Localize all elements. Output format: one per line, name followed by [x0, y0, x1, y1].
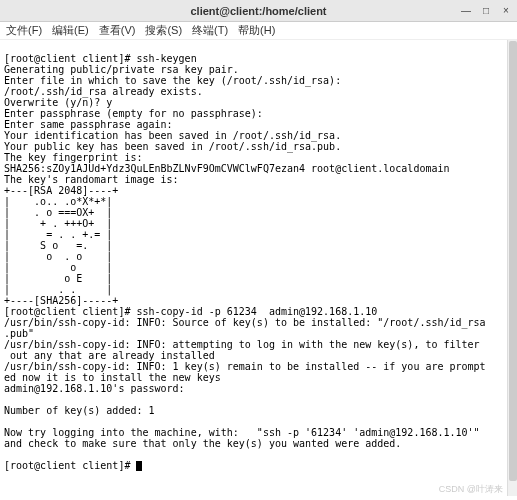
- terminal-output[interactable]: [root@client client]# ssh-keygen Generat…: [0, 40, 517, 496]
- menu-help[interactable]: 帮助(H): [238, 23, 275, 38]
- term-line: Enter passphrase (empty for no passphras…: [4, 108, 263, 119]
- term-line: Your identification has been saved in /r…: [4, 130, 341, 141]
- term-line: and check to make sure that only the key…: [4, 438, 401, 449]
- term-line: +---[RSA 2048]----+: [4, 185, 118, 196]
- cursor-icon: [136, 461, 142, 471]
- menu-edit[interactable]: 编辑(E): [52, 23, 89, 38]
- term-line: .pub": [4, 328, 34, 339]
- term-line: [root@client client]# ssh-keygen: [4, 53, 197, 64]
- term-prompt: [root@client client]#: [4, 460, 136, 471]
- menu-view[interactable]: 查看(V): [99, 23, 136, 38]
- term-line: | o . o |: [4, 251, 112, 262]
- term-line: +----[SHA256]-----+: [4, 295, 118, 306]
- term-line: /root/.ssh/id_rsa already exists.: [4, 86, 203, 97]
- term-line: Enter file in which to save the key (/ro…: [4, 75, 341, 86]
- window-controls: — □ ×: [459, 4, 513, 18]
- menubar: 文件(F) 编辑(E) 查看(V) 搜索(S) 终端(T) 帮助(H): [0, 22, 517, 40]
- menu-search[interactable]: 搜索(S): [145, 23, 182, 38]
- close-icon[interactable]: ×: [499, 4, 513, 18]
- term-line: Your public key has been saved in /root/…: [4, 141, 341, 152]
- term-line: | .o.. .o*X*+*|: [4, 196, 112, 207]
- term-line: The key's randomart image is:: [4, 174, 179, 185]
- term-line: | o |: [4, 262, 112, 273]
- window-titlebar: client@client:/home/client — □ ×: [0, 0, 517, 22]
- term-line: | S o =. |: [4, 240, 112, 251]
- scrollbar[interactable]: [507, 40, 517, 496]
- term-line: /usr/bin/ssh-copy-id: INFO: attempting t…: [4, 339, 480, 350]
- term-line: [root@client client]# ssh-copy-id -p 612…: [4, 306, 377, 317]
- term-line: Number of key(s) added: 1: [4, 405, 155, 416]
- term-line: SHA256:sZOy1AJUd+Ydz3QuLEnBbZLNvF9OmCVWC…: [4, 163, 450, 174]
- term-line: out any that are already installed: [4, 350, 215, 361]
- menu-terminal[interactable]: 终端(T): [192, 23, 228, 38]
- window-title: client@client:/home/client: [190, 5, 326, 17]
- minimize-icon[interactable]: —: [459, 4, 473, 18]
- maximize-icon[interactable]: □: [479, 4, 493, 18]
- term-line: /usr/bin/ssh-copy-id: INFO: Source of ke…: [4, 317, 486, 328]
- term-line: admin@192.168.1.10's password:: [4, 383, 185, 394]
- term-line: Enter same passphrase again:: [4, 119, 173, 130]
- term-line: | . o ===OX+ |: [4, 207, 112, 218]
- watermark: CSDN @叶涛来: [439, 483, 503, 496]
- term-line: Overwrite (y/n)? y: [4, 97, 112, 108]
- term-line: | o E |: [4, 273, 112, 284]
- term-line: Now try logging into the machine, with: …: [4, 427, 480, 438]
- menu-file[interactable]: 文件(F): [6, 23, 42, 38]
- term-line: Generating public/private rsa key pair.: [4, 64, 239, 75]
- term-line: | . . |: [4, 284, 112, 295]
- term-line: The key fingerprint is:: [4, 152, 142, 163]
- term-line: ed now it is to install the new keys: [4, 372, 221, 383]
- scrollbar-thumb[interactable]: [509, 41, 517, 481]
- term-line: | + . +++O+ |: [4, 218, 112, 229]
- term-line: /usr/bin/ssh-copy-id: INFO: 1 key(s) rem…: [4, 361, 486, 372]
- term-line: | = . . +.= |: [4, 229, 112, 240]
